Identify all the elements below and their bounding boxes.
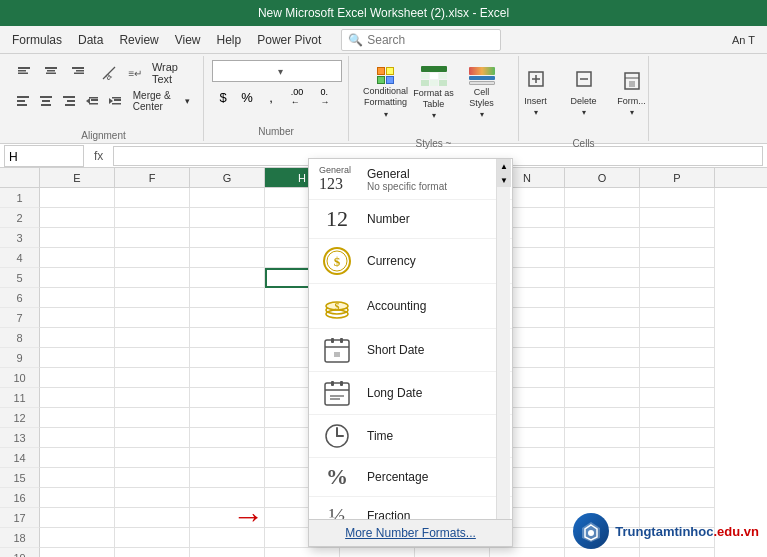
cell-n19[interactable] (490, 548, 565, 557)
cell-o13[interactable] (565, 428, 640, 448)
menu-formulas[interactable]: Formulas (4, 29, 70, 51)
cell-g4[interactable] (190, 248, 265, 268)
cell-g3[interactable] (190, 228, 265, 248)
cell-f17[interactable] (115, 508, 190, 528)
cell-m19[interactable] (415, 548, 490, 557)
format-short-date[interactable]: Short Date (309, 329, 512, 372)
cell-o8[interactable] (565, 328, 640, 348)
cell-o4[interactable] (565, 248, 640, 268)
cell-f2[interactable] (115, 208, 190, 228)
cell-p19[interactable] (640, 548, 715, 557)
cell-p4[interactable] (640, 248, 715, 268)
search-bar[interactable]: 🔍 (341, 29, 501, 51)
cell-o3[interactable] (565, 228, 640, 248)
cell-g6[interactable] (190, 288, 265, 308)
cell-e16[interactable] (40, 488, 115, 508)
cell-f13[interactable] (115, 428, 190, 448)
cell-g10[interactable] (190, 368, 265, 388)
cell-p8[interactable] (640, 328, 715, 348)
currency-btn[interactable]: $ (212, 86, 234, 108)
cell-f5[interactable] (115, 268, 190, 288)
cell-o16[interactable] (565, 488, 640, 508)
format-general[interactable]: General 123 General No specific format (309, 159, 512, 200)
cell-o5[interactable] (565, 268, 640, 288)
cell-g7[interactable] (190, 308, 265, 328)
indent-decrease-btn[interactable] (81, 88, 102, 114)
cell-p5[interactable] (640, 268, 715, 288)
align-top-right-btn[interactable] (66, 60, 91, 86)
cell-e5[interactable] (40, 268, 115, 288)
cell-e7[interactable] (40, 308, 115, 328)
cell-o7[interactable] (565, 308, 640, 328)
cell-e17[interactable] (40, 508, 115, 528)
scroll-up-btn[interactable]: ▲ (497, 159, 511, 173)
cell-g12[interactable] (190, 408, 265, 428)
comma-btn[interactable]: , (260, 86, 282, 108)
cell-p3[interactable] (640, 228, 715, 248)
cell-p15[interactable] (640, 468, 715, 488)
angle-text-btn[interactable]: a (96, 60, 121, 86)
cell-o6[interactable] (565, 288, 640, 308)
number-format-dropdown[interactable]: ▾ (212, 60, 342, 82)
cell-e18[interactable] (40, 528, 115, 548)
cell-g2[interactable] (190, 208, 265, 228)
cell-p6[interactable] (640, 288, 715, 308)
format-number[interactable]: 12 Number (309, 200, 512, 239)
cell-f3[interactable] (115, 228, 190, 248)
merge-center-btn[interactable]: Merge & Center ▾ (128, 88, 195, 114)
cell-f14[interactable] (115, 448, 190, 468)
menu-help[interactable]: Help (209, 29, 250, 51)
cell-e1[interactable] (40, 188, 115, 208)
cell-f16[interactable] (115, 488, 190, 508)
cell-p13[interactable] (640, 428, 715, 448)
cell-p16[interactable] (640, 488, 715, 508)
format-as-table-btn[interactable]: Format asTable ▾ (412, 64, 456, 122)
cell-o1[interactable] (565, 188, 640, 208)
delete-btn[interactable]: Delete ▾ (562, 64, 606, 122)
cell-f7[interactable] (115, 308, 190, 328)
cell-o9[interactable] (565, 348, 640, 368)
cell-e13[interactable] (40, 428, 115, 448)
format-currency[interactable]: $ Currency (309, 239, 512, 284)
decrease-decimal-btn[interactable]: 0.→ (312, 86, 338, 108)
cell-e4[interactable] (40, 248, 115, 268)
left-align-btn[interactable] (12, 88, 33, 114)
menu-review[interactable]: Review (111, 29, 166, 51)
cell-f4[interactable] (115, 248, 190, 268)
align-top-center-btn[interactable] (39, 60, 64, 86)
name-box[interactable]: H (4, 145, 84, 167)
cell-o2[interactable] (565, 208, 640, 228)
cell-p2[interactable] (640, 208, 715, 228)
cell-o10[interactable] (565, 368, 640, 388)
cell-e15[interactable] (40, 468, 115, 488)
cell-i19[interactable] (340, 548, 415, 557)
cell-p10[interactable] (640, 368, 715, 388)
cell-g9[interactable] (190, 348, 265, 368)
cell-p12[interactable] (640, 408, 715, 428)
cell-g5[interactable] (190, 268, 265, 288)
more-formats-btn[interactable]: More Number Formats... (309, 519, 512, 546)
cell-p14[interactable] (640, 448, 715, 468)
wrap-text-btn[interactable]: ≡↵ (123, 60, 148, 86)
cell-g11[interactable] (190, 388, 265, 408)
cell-f10[interactable] (115, 368, 190, 388)
cell-styles-btn[interactable]: CellStyles ▾ (460, 64, 504, 122)
cell-f18[interactable] (115, 528, 190, 548)
cell-f1[interactable] (115, 188, 190, 208)
indent-increase-btn[interactable] (105, 88, 126, 114)
cell-h19[interactable] (265, 548, 340, 557)
cell-e14[interactable] (40, 448, 115, 468)
format-percentage[interactable]: % Percentage (309, 458, 512, 497)
cell-f9[interactable] (115, 348, 190, 368)
cell-e10[interactable] (40, 368, 115, 388)
cell-e8[interactable] (40, 328, 115, 348)
format-long-date[interactable]: Long Date (309, 372, 512, 415)
cell-e2[interactable] (40, 208, 115, 228)
cell-p1[interactable] (640, 188, 715, 208)
align-top-left-btn[interactable] (12, 60, 37, 86)
cell-e19[interactable] (40, 548, 115, 557)
cell-e12[interactable] (40, 408, 115, 428)
menu-view[interactable]: View (167, 29, 209, 51)
cell-g15[interactable] (190, 468, 265, 488)
cell-f6[interactable] (115, 288, 190, 308)
